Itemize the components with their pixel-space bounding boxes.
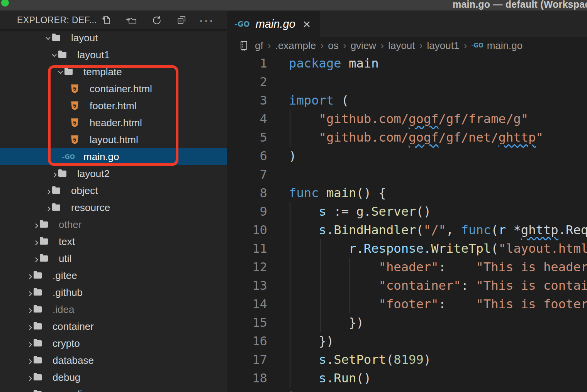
chevron-right-icon[interactable] — [31, 220, 40, 229]
tree-item-main-go[interactable]: -GOmain.go — [0, 148, 227, 165]
chevron-right-icon[interactable] — [31, 237, 40, 246]
more-actions-icon[interactable]: ··· — [201, 14, 212, 26]
window-control-green-icon[interactable] — [1, 0, 9, 7]
code-text: package main — [289, 54, 379, 73]
tree-item-label: other — [59, 219, 81, 231]
code-line-10[interactable]: 10 s.BindHandler("/", func(r *ghttp.Requ… — [227, 221, 587, 239]
chevron-right-icon[interactable] — [25, 288, 34, 297]
code-line-13[interactable]: 13 "container": "This is container", — [227, 276, 587, 295]
explorer-sidebar: EXPLORER: DEF... — [0, 11, 227, 392]
tree-item-other[interactable]: other — [0, 216, 227, 233]
code-line-8[interactable]: 8func main() { — [227, 184, 587, 202]
tree-item-layout-html[interactable]: 5layout.html — [0, 131, 227, 148]
code-editor[interactable]: 1package main23import (4 "github.com/gog… — [227, 54, 587, 392]
code-line-9[interactable]: 9 s := g.Server() — [227, 202, 587, 221]
tree-item-label: main.go — [83, 151, 119, 163]
code-line-4[interactable]: 4 "github.com/gogf/gf/frame/g" — [227, 110, 587, 128]
tree-item-label: debug — [53, 372, 80, 384]
breadcrumb-segment[interactable]: gf — [255, 40, 263, 52]
line-number: 5 — [227, 128, 267, 147]
breadcrumb-segment[interactable]: os — [328, 40, 338, 52]
chevron-down-icon[interactable] — [56, 68, 64, 76]
code-line-17[interactable]: 17 s.SetPort(8199) — [227, 350, 587, 369]
collapse-folders-icon[interactable] — [176, 14, 187, 26]
tree-item-layout2[interactable]: layout2 — [0, 165, 227, 182]
code-line-11[interactable]: 11 r.Response.WriteTpl("layout.html", g.… — [227, 239, 587, 258]
breadcrumb-segment[interactable]: main.go — [487, 40, 523, 52]
code-line-18[interactable]: 18 s.Run() — [227, 369, 587, 387]
tree-item-resource[interactable]: resource — [0, 199, 227, 216]
chevron-right-icon[interactable] — [31, 254, 40, 263]
new-file-icon[interactable] — [100, 14, 112, 26]
tab-main-go[interactable]: -GO main.go × — [227, 11, 320, 37]
tree-item-encoding[interactable]: encoding — [0, 386, 227, 392]
line-number: 2 — [227, 73, 267, 91]
tree-item-footer-html[interactable]: 5footer.html — [0, 97, 227, 114]
tree-item-template[interactable]: template — [0, 63, 227, 80]
code-line-19[interactable]: 19} — [227, 387, 587, 392]
folder-icon — [34, 389, 42, 392]
breadcrumb-separator-icon: › — [419, 40, 423, 52]
refresh-icon[interactable] — [151, 14, 162, 26]
new-folder-icon[interactable] — [126, 14, 137, 26]
folder-icon — [34, 355, 42, 365]
breadcrumb-separator-icon: › — [463, 40, 467, 52]
chevron-right-icon[interactable] — [25, 390, 34, 392]
code-line-15[interactable]: 15 }) — [227, 313, 587, 332]
tree-item-layout[interactable]: layout — [0, 29, 227, 46]
chevron-right-icon[interactable] — [25, 271, 34, 280]
close-icon[interactable]: × — [303, 18, 310, 30]
chevron-right-icon[interactable] — [25, 322, 34, 331]
code-line-2[interactable]: 2 — [227, 73, 587, 91]
breadcrumb-segment[interactable]: gview — [351, 40, 376, 52]
tree-item-label: crypto — [53, 338, 80, 350]
chevron-right-icon[interactable] — [25, 356, 34, 365]
tree-item-label: .idea — [53, 304, 74, 316]
folder-icon — [58, 50, 66, 60]
tree-item-util[interactable]: util — [0, 250, 227, 267]
code-text: "header": "This is header", — [289, 258, 587, 276]
tree-item-label: object — [71, 185, 98, 197]
breadcrumb-segment[interactable]: layout1 — [427, 40, 460, 52]
chevron-right-icon[interactable] — [44, 186, 52, 195]
chevron-right-icon[interactable] — [25, 373, 34, 382]
breadcrumb-separator-icon: › — [268, 40, 271, 52]
tree-item-header-html[interactable]: 5header.html — [0, 114, 227, 131]
tree-item-github[interactable]: .github — [0, 284, 227, 301]
explorer-panel-title: EXPLORER: DEF... — [17, 15, 97, 25]
tree-item-container-html[interactable]: 5container.html — [0, 80, 227, 97]
code-line-1[interactable]: 1package main — [227, 54, 587, 73]
breadcrumb-segment[interactable]: .example — [275, 40, 316, 52]
tree-item-container[interactable]: container — [0, 318, 227, 335]
chevron-right-icon[interactable] — [25, 305, 34, 314]
html-icon: 5 — [71, 135, 79, 145]
tree-item-gitee[interactable]: .gitee — [0, 267, 227, 284]
chevron-right-icon[interactable] — [44, 203, 52, 212]
tree-item-label: footer.html — [90, 100, 136, 112]
chevron-down-icon[interactable] — [44, 34, 52, 42]
breadcrumb-segment[interactable]: layout — [388, 40, 415, 52]
chevron-right-icon[interactable] — [25, 339, 34, 348]
code-line-16[interactable]: 16 }) — [227, 332, 587, 350]
tree-item-layout1[interactable]: layout1 — [0, 46, 227, 63]
tree-item-object[interactable]: object — [0, 182, 227, 199]
tree-item-crypto[interactable]: crypto — [0, 335, 227, 352]
breadcrumb-separator-icon: › — [343, 40, 346, 52]
tree-item-idea[interactable]: .idea — [0, 301, 227, 318]
code-line-14[interactable]: 14 "footer": "This is footer", — [227, 295, 587, 313]
chevron-right-icon[interactable] — [50, 169, 58, 178]
code-line-7[interactable]: 7 — [227, 165, 587, 184]
tree-item-text[interactable]: text — [0, 233, 227, 250]
tree-item-label: database — [53, 355, 94, 367]
code-line-6[interactable]: 6) — [227, 147, 587, 165]
tree-item-label: template — [83, 66, 122, 78]
editor-group: -GO main.go × gf›.example›os›gview›layou… — [227, 11, 587, 392]
chevron-down-icon[interactable] — [50, 51, 58, 59]
code-line-3[interactable]: 3import ( — [227, 91, 587, 110]
tree-item-database[interactable]: database — [0, 352, 227, 369]
code-line-5[interactable]: 5 "github.com/gogf/gf/net/ghttp" — [227, 128, 587, 147]
breadcrumbs: gf›.example›os›gview›layout›layout1›-GOm… — [227, 37, 587, 54]
go-icon: -GO — [234, 20, 250, 28]
code-line-12[interactable]: 12 "header": "This is header", — [227, 258, 587, 276]
tree-item-debug[interactable]: debug — [0, 369, 227, 386]
